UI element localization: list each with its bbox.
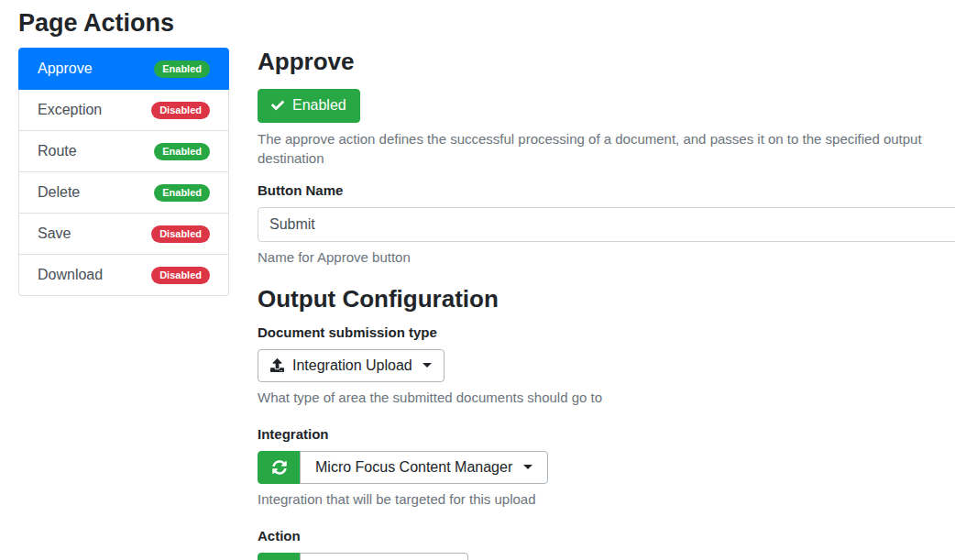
- refresh-actions-button[interactable]: [258, 553, 301, 560]
- sidebar-item-exception[interactable]: Exception Disabled: [18, 89, 229, 131]
- status-badge: Disabled: [151, 267, 210, 284]
- refresh-integrations-button[interactable]: [258, 451, 301, 484]
- output-configuration-title: Output Configuration: [258, 286, 955, 313]
- main-panel: Approve Enabled The approve action defin…: [258, 48, 955, 560]
- caret-down-icon: [523, 465, 532, 469]
- button-name-label: Button Name: [258, 182, 955, 198]
- approve-description: The approve action defines the successfu…: [258, 129, 955, 168]
- action-label: Action: [258, 528, 955, 544]
- button-name-help: Name for Approve button: [258, 247, 955, 267]
- caret-down-icon: [423, 363, 432, 368]
- sidebar-item-save[interactable]: Save Disabled: [18, 213, 229, 255]
- integration-help: Integration that will be targeted for th…: [258, 489, 955, 509]
- submission-type-group: Document submission type Integration Upl…: [258, 324, 955, 407]
- sidebar-item-label: Route: [38, 143, 77, 159]
- page-actions-screen: Page Actions Approve Enabled Exception D…: [0, 0, 955, 560]
- status-badge: Disabled: [151, 102, 210, 119]
- integration-dropdown[interactable]: Micro Focus Content Manager: [300, 451, 548, 484]
- sidebar-item-label: Exception: [38, 102, 102, 118]
- sidebar-item-label: Delete: [38, 184, 80, 201]
- upload-icon: [270, 358, 284, 372]
- submission-type-label: Document submission type: [258, 324, 955, 340]
- submission-type-help: What type of area the submitted document…: [258, 388, 955, 407]
- sidebar-item-approve[interactable]: Approve Enabled: [18, 48, 229, 90]
- sync-icon: [272, 460, 287, 475]
- status-badge: Enabled: [154, 60, 210, 78]
- sidebar-item-label: Download: [38, 267, 103, 283]
- button-name-group: Button Name Name for Approve button: [258, 182, 955, 267]
- check-icon: [271, 99, 284, 112]
- action-dropdown[interactable]: Upload Document: [300, 553, 468, 560]
- sidebar-item-download[interactable]: Download Disabled: [18, 254, 229, 296]
- sidebar-item-label: Approve: [38, 60, 93, 77]
- status-badge: Enabled: [154, 184, 210, 202]
- action-group: Action Upload Document Action to run for…: [258, 528, 955, 560]
- layout: Approve Enabled Exception Disabled Route…: [18, 48, 955, 560]
- action-list: Approve Enabled Exception Disabled Route…: [18, 48, 229, 296]
- enabled-button-label: Enabled: [292, 97, 346, 114]
- integration-value: Micro Focus Content Manager: [315, 459, 512, 476]
- page-title: Page Actions: [18, 9, 955, 38]
- approve-section-title: Approve: [258, 49, 955, 76]
- enabled-toggle-button[interactable]: Enabled: [258, 89, 360, 123]
- sidebar-item-route[interactable]: Route Enabled: [18, 130, 229, 172]
- submission-type-value: Integration Upload: [292, 357, 412, 374]
- sidebar-item-delete[interactable]: Delete Enabled: [18, 171, 229, 214]
- button-name-input[interactable]: [258, 207, 955, 242]
- integration-label: Integration: [258, 426, 955, 442]
- submission-type-dropdown[interactable]: Integration Upload: [258, 349, 445, 382]
- sidebar-item-label: Save: [38, 225, 71, 242]
- status-badge: Disabled: [151, 225, 210, 243]
- integration-group: Integration Micro Focus Content Manager …: [258, 426, 955, 509]
- status-badge: Enabled: [154, 143, 210, 160]
